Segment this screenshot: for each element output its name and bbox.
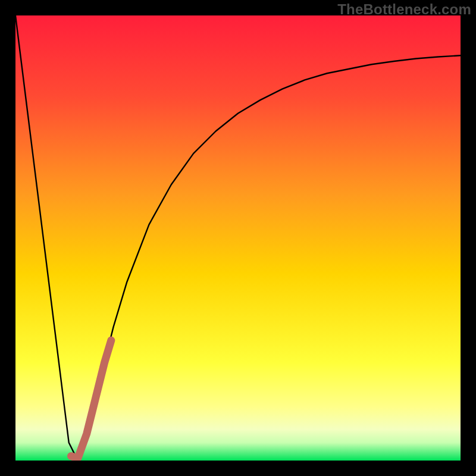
chart-svg — [15, 15, 461, 461]
gradient-background — [15, 15, 461, 461]
chart-frame: TheBottleneck.com — [0, 0, 476, 476]
plot-area — [15, 15, 461, 461]
